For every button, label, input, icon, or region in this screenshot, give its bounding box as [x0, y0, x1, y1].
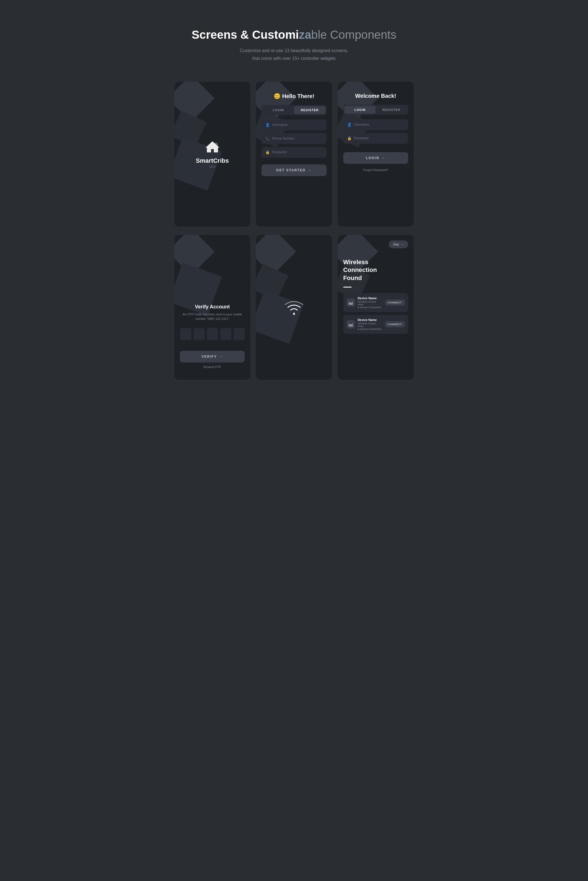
svg-line-6 — [352, 323, 353, 324]
otp-box-1[interactable] — [180, 328, 191, 340]
connect-button-2[interactable]: CONNECT — [385, 321, 405, 328]
device-1-name: Device Name — [358, 296, 382, 300]
title-underline — [343, 287, 352, 287]
otp-box-3[interactable] — [207, 328, 218, 340]
device-2-secure: ● Secure Connection — [358, 328, 382, 331]
device-1-type: Wireless Access Point — [358, 300, 382, 306]
resend-otp-link[interactable]: Resend OTP — [180, 365, 245, 368]
auth-tab-switcher-login: LOGIN REGISTER — [343, 105, 408, 115]
app-logo-icon — [204, 140, 221, 155]
wifi-screen-card — [256, 235, 332, 380]
verify-title: Verify Account — [180, 304, 245, 310]
password-field-login: 🔒 Password — [343, 133, 408, 144]
wireless-screen-card: Skip → Wireless Connection Found — [338, 235, 414, 380]
password-label: Password — [272, 150, 287, 154]
svg-rect-4 — [349, 324, 353, 326]
device-2-name: Device Name — [358, 318, 382, 322]
device-item-1: Device Name Wireless Access Point ● Secu… — [343, 293, 408, 312]
app-version: v2.0 — [209, 165, 215, 168]
device-2-type: Wireless Access Point — [358, 322, 382, 328]
otp-box-4[interactable] — [220, 328, 231, 340]
login-screen-card: Welcome Back! LOGIN REGISTER 👤 Username … — [338, 82, 414, 227]
screens-row-1: SmartCribs v2.0 😊 Hello There! LOGIN REG… — [174, 82, 414, 227]
otp-box-5[interactable] — [234, 328, 245, 340]
login-tab-active[interactable]: LOGIN — [344, 106, 376, 114]
screens-row-2: Verify Account An OTP Code has been sent… — [174, 235, 414, 380]
welcome-title: Welcome Back! — [343, 93, 408, 99]
username-field: 👤 Username — [261, 120, 326, 131]
skip-button[interactable]: Skip → — [388, 241, 408, 248]
password-field: 🔒 Password — [261, 147, 326, 158]
router-icon-2 — [346, 320, 355, 328]
phone-field: 📞 Phone Number — [261, 133, 326, 144]
register-tab-inactive[interactable]: REGISTER — [376, 106, 407, 114]
wifi-icon-container — [283, 299, 305, 316]
user-icon: 👤 — [266, 123, 269, 127]
device-item-2: Device Name Wireless Access Point ● Secu… — [343, 315, 408, 334]
lock-icon-login: 🔒 — [347, 136, 351, 140]
device-1-secure: ● Secure Connection — [358, 306, 382, 309]
otp-box-2[interactable] — [194, 328, 205, 340]
wireless-title: Wireless Connection Found — [343, 258, 408, 282]
forgot-password-link[interactable]: Forgot Password? — [343, 168, 408, 171]
header-section: Screens & Customizable Components Custom… — [174, 17, 414, 62]
get-started-button[interactable]: GET STARTED → — [261, 164, 326, 176]
page-title: Screens & Customizable Components — [174, 28, 414, 42]
svg-line-3 — [352, 301, 353, 302]
splash-screen-card: SmartCribs v2.0 — [174, 82, 250, 227]
auth-tab-switcher: LOGIN REGISTER — [261, 105, 326, 115]
greeting-text: 😊 Hello There! — [261, 93, 326, 99]
username-field-login: 👤 Username — [343, 119, 408, 130]
svg-point-0 — [213, 143, 218, 147]
register-tab[interactable]: REGISTER — [294, 106, 326, 114]
device-2-info: Device Name Wireless Access Point ● Secu… — [358, 318, 382, 331]
wifi-icon — [283, 299, 305, 316]
logo-container: SmartCribs v2.0 — [196, 140, 229, 168]
router-icon-1 — [346, 298, 355, 307]
login-button[interactable]: LOGIN → — [343, 152, 408, 164]
phone-label: Phone Number — [272, 137, 294, 140]
header-subtitle: Customize and re-use 13 beautifully desi… — [174, 47, 414, 62]
svg-line-5 — [349, 323, 350, 324]
register-screen-card: 😊 Hello There! LOGIN REGISTER 👤 Username… — [256, 82, 332, 227]
username-label-login: Username — [354, 123, 369, 126]
verify-button[interactable]: VERIFY → — [180, 351, 245, 362]
username-label: Username — [272, 123, 287, 127]
connect-button-1[interactable]: CONNECT — [385, 299, 405, 306]
verify-subtitle: An OTP Code has been sent to your mobile… — [180, 312, 245, 321]
password-label-login: Password — [354, 136, 369, 140]
login-tab[interactable]: LOGIN — [262, 106, 294, 114]
app-name: SmartCribs — [196, 157, 229, 164]
otp-input-group — [180, 328, 245, 340]
verify-screen-card: Verify Account An OTP Code has been sent… — [174, 235, 250, 380]
svg-rect-1 — [349, 302, 353, 305]
phone-icon: 📞 — [266, 137, 269, 141]
svg-line-2 — [349, 301, 350, 302]
user-icon-login: 👤 — [347, 123, 351, 127]
device-1-info: Device Name Wireless Access Point ● Secu… — [358, 296, 382, 309]
lock-icon: 🔒 — [266, 150, 269, 154]
